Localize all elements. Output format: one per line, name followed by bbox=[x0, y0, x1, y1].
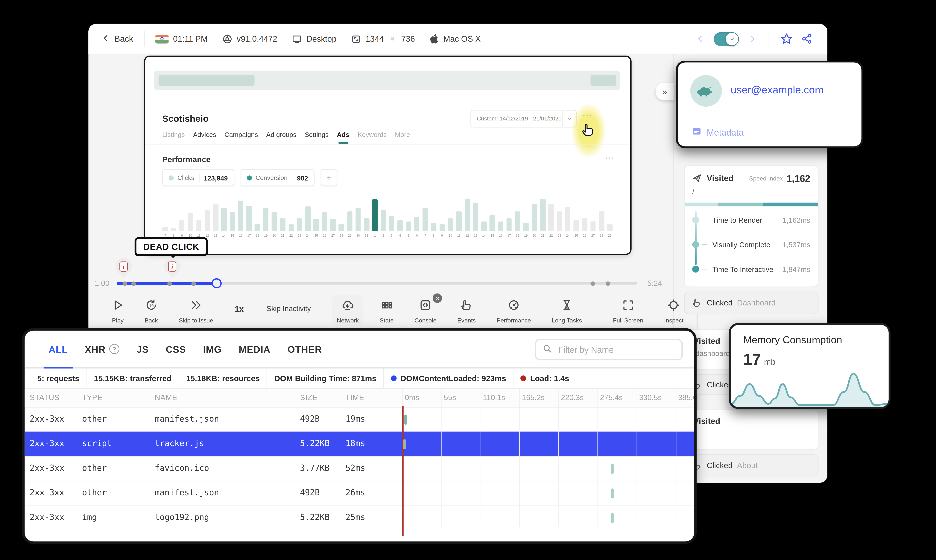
site-tab-ads[interactable]: Ads bbox=[337, 131, 349, 143]
favorite-star-button[interactable] bbox=[780, 33, 793, 45]
timeline-scrubber[interactable] bbox=[117, 282, 637, 285]
metric-chip-clicks[interactable]: Clicks123,949 bbox=[162, 169, 234, 186]
memory-consumption-popup: Memory Consumption 17 mb bbox=[729, 323, 891, 409]
chart-x-label: 26 bbox=[321, 234, 329, 240]
add-metric-button[interactable]: + bbox=[321, 169, 337, 186]
panel-button-performance[interactable]: Performance bbox=[492, 295, 535, 326]
chart-bar bbox=[530, 192, 538, 231]
network-tab-img[interactable]: IMG bbox=[203, 331, 222, 367]
column-header-type: TYPE bbox=[82, 393, 103, 402]
event-card-visited[interactable]: Visited bbox=[684, 409, 819, 450]
performance-more-button[interactable]: ⋯ bbox=[605, 152, 614, 163]
cell-name: tracker.js bbox=[155, 438, 204, 448]
timeline-knob[interactable] bbox=[212, 278, 222, 288]
date-range-select[interactable]: Custom: 14/12/2019 - 21/01/2020 bbox=[470, 110, 577, 128]
back-button[interactable]: Back bbox=[88, 33, 133, 45]
metric-chip-conversion[interactable]: Conversion902 bbox=[241, 169, 314, 186]
resolution-height: 736 bbox=[401, 34, 415, 43]
network-request-row[interactable]: 2xx-3xxothermanifest.json492B19ms bbox=[25, 407, 694, 432]
chart-bar bbox=[572, 192, 580, 231]
next-session-button[interactable] bbox=[748, 34, 757, 43]
metadata-button[interactable]: Metadata bbox=[691, 126, 743, 138]
waterfall-gridline bbox=[519, 389, 520, 527]
site-tab-more[interactable]: More bbox=[395, 131, 410, 143]
network-tab-all[interactable]: ALL bbox=[49, 331, 68, 367]
panel-button-console-label: Console bbox=[415, 317, 436, 324]
cell-status: 2xx-3xx bbox=[30, 488, 65, 497]
visited-event-card[interactable]: Visited Speed Index 1,162 / Time to Rend… bbox=[684, 165, 819, 287]
player-top-bar: Back 01:11 PM v91.0.4472 Desktop 1344 × … bbox=[88, 24, 827, 54]
network-tab-xhr[interactable]: XHR? bbox=[85, 331, 119, 367]
chart-x-label: 6 bbox=[413, 234, 421, 240]
panel-button-state[interactable]: State bbox=[375, 295, 398, 326]
site-tab-advices[interactable]: Advices bbox=[193, 131, 216, 143]
cell-status: 2xx-3xx bbox=[30, 512, 65, 522]
chart-x-label: 26 bbox=[580, 234, 589, 240]
site-tab-keywords[interactable]: Keywords bbox=[358, 131, 387, 143]
skip-inactivity-button[interactable]: Skip Inactivity bbox=[267, 305, 311, 312]
panel-button-console[interactable]: Console3 bbox=[410, 295, 441, 326]
chart-x-label: 25 bbox=[312, 234, 321, 240]
full-screen-button[interactable]: Full Screen bbox=[609, 295, 648, 326]
status-dot-icon bbox=[391, 375, 396, 381]
chart-x-label: 15 bbox=[228, 234, 237, 240]
panel-button-events[interactable]: Events bbox=[453, 295, 480, 326]
play-button[interactable]: Play bbox=[108, 295, 128, 326]
chart-x-label: 29 bbox=[606, 234, 614, 240]
collapse-sidebar-button[interactable]: » bbox=[655, 83, 674, 100]
chart-x-label: 20 bbox=[270, 234, 279, 240]
back-ten-button[interactable]: 10Back bbox=[140, 295, 162, 326]
network-tab-other[interactable]: OTHER bbox=[288, 331, 322, 367]
toolbar-placeholder-left bbox=[159, 75, 254, 86]
browser-version: v91.0.4472 bbox=[222, 34, 278, 44]
panel-button-network[interactable]: Network bbox=[333, 295, 363, 326]
event-row-clicked[interactable]: ClickedAbout bbox=[684, 454, 819, 476]
site-tab-listings[interactable]: Listings bbox=[162, 131, 185, 143]
performance-bar-chart: 7891011121314151617181920212223242526272… bbox=[161, 192, 614, 246]
network-request-row[interactable]: 2xx-3xximglogo192.png5.22KB25ms bbox=[25, 505, 694, 530]
waterfall-tick-label: 165.2s bbox=[522, 393, 545, 402]
chart-bar bbox=[455, 192, 463, 231]
site-tab-ad-groups[interactable]: Ad groups bbox=[266, 131, 296, 143]
panel-button-network-label: Network bbox=[337, 317, 359, 324]
chart-bar bbox=[471, 192, 480, 231]
dead-click-marker[interactable]: i bbox=[112, 255, 135, 278]
network-tab-media[interactable]: MEDIA bbox=[239, 331, 270, 367]
network-tab-css[interactable]: CSS bbox=[166, 331, 186, 367]
back-label: Back bbox=[114, 34, 133, 43]
chart-bar bbox=[245, 192, 253, 231]
chevron-left-icon bbox=[101, 33, 111, 45]
site-tab-settings[interactable]: Settings bbox=[305, 131, 328, 143]
event-row-clicked[interactable]: ClickedDashboard bbox=[684, 292, 819, 314]
waterfall-gridline bbox=[441, 389, 442, 527]
skip-to-issue-button[interactable]: Skip to Issue bbox=[174, 295, 218, 326]
chart-x-label: 22 bbox=[287, 234, 295, 240]
metadata-label: Metadata bbox=[707, 127, 743, 137]
metric-chip-label: Clicks bbox=[177, 174, 194, 181]
network-stat-text: Load: 1.4s bbox=[530, 374, 569, 383]
chart-bar bbox=[178, 192, 186, 231]
search-icon bbox=[543, 344, 552, 355]
playback-speed-button[interactable]: 1x bbox=[234, 304, 244, 314]
network-tab-js[interactable]: JS bbox=[137, 331, 149, 367]
network-request-row[interactable]: 2xx-3xxotherfavicon.ico3.77KB52ms bbox=[25, 456, 694, 481]
device-type-label: Desktop bbox=[306, 34, 336, 43]
network-request-row[interactable]: 2xx-3xxscripttracker.js5.22KB18ms bbox=[25, 432, 694, 456]
previous-session-button[interactable] bbox=[695, 34, 705, 43]
chart-x-label: 9 bbox=[438, 234, 446, 240]
cell-size: 5.22KB bbox=[300, 512, 330, 522]
share-button[interactable] bbox=[802, 34, 812, 44]
chart-x-label: 27 bbox=[329, 234, 337, 240]
visited-url: / bbox=[685, 184, 818, 195]
cell-status: 2xx-3xx bbox=[30, 438, 65, 448]
chart-x-label: 21 bbox=[538, 234, 547, 240]
filter-field[interactable] bbox=[535, 339, 683, 360]
network-request-row[interactable]: 2xx-3xxothermanifest.json492B26ms bbox=[25, 481, 694, 506]
autoplay-toggle[interactable] bbox=[714, 32, 739, 46]
cell-type: other bbox=[82, 463, 107, 473]
site-tab-campaigns[interactable]: Campaigns bbox=[224, 131, 258, 143]
filter-input[interactable] bbox=[557, 344, 675, 355]
page-more-button[interactable]: ⋯ bbox=[582, 110, 592, 121]
chart-x-label: 13 bbox=[211, 234, 220, 240]
panel-button-long-tasks[interactable]: Long Tasks bbox=[547, 295, 586, 326]
